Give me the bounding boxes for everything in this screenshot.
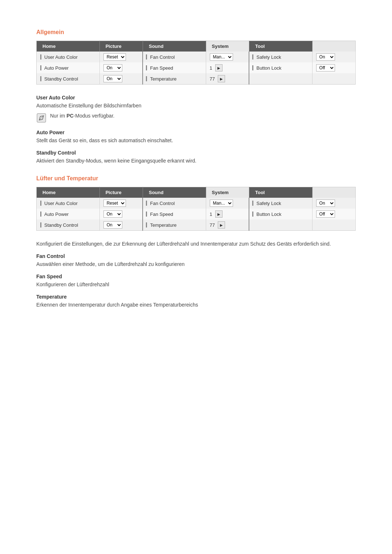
- label2-temperature: Temperature: [150, 222, 176, 228]
- cell-standby-control: Standby Control: [37, 73, 100, 85]
- cell-fan-control-val[interactable]: Man...: [206, 52, 249, 62]
- cell-auto-power: Auto Power: [37, 62, 100, 73]
- cell-fan-speed-val[interactable]: 1 ▶: [206, 62, 249, 73]
- tab-picture[interactable]: Picture: [99, 41, 143, 52]
- tab-spacer: [312, 41, 355, 52]
- section-luefter: Lüfter und Temperatur Home Picture Sound…: [36, 175, 356, 308]
- section-allgemein: Allgemein Home Picture Sound System Tool…: [36, 29, 356, 164]
- cell-temperature: Temperature: [143, 73, 206, 85]
- cell-button-lock-val[interactable]: Off On: [312, 62, 355, 73]
- cell2-bar5: [146, 212, 147, 217]
- tab2-tool[interactable]: Tool: [249, 187, 312, 198]
- label2-button-lock: Button Lock: [256, 212, 281, 217]
- cell-bar-icon5: [146, 65, 147, 70]
- cell-bar-icon2: [146, 54, 147, 59]
- cell2-auto-power-val[interactable]: On Off: [99, 209, 143, 219]
- fan-speed-value: 1: [210, 65, 212, 71]
- fan-speed-arrow[interactable]: ▶: [215, 64, 222, 71]
- desc-temperature: Erkennen der Innentemperatur durch Angab…: [36, 302, 356, 308]
- select-standby[interactable]: On Off: [103, 75, 122, 82]
- select-auto-power[interactable]: On Off: [103, 64, 122, 71]
- select-button-lock[interactable]: Off On: [316, 64, 335, 71]
- select2-safety-lock[interactable]: On Off: [316, 200, 335, 207]
- tab-system[interactable]: System: [206, 41, 249, 52]
- cell-bar-icon7: [40, 76, 41, 81]
- cell-auto-power-val[interactable]: On Off: [99, 62, 143, 73]
- table-row: Standby Control On Off Temperature: [37, 219, 356, 231]
- table-row: User Auto Color Reset Fan Control: [37, 52, 356, 62]
- tab2-sound[interactable]: Sound: [143, 187, 206, 198]
- note-pencil-icon: [36, 113, 46, 123]
- cell-fan-control: Fan Control: [143, 52, 206, 62]
- cell-button-lock: Button Lock: [249, 62, 312, 73]
- table-row: User Auto Color Reset Fan Control: [37, 198, 356, 209]
- cell-fan-speed: Fan Speed: [143, 62, 206, 73]
- cell2-safety-lock-val[interactable]: On Off: [312, 198, 355, 209]
- heading-temperature: Temperature: [36, 294, 356, 300]
- tab-sound[interactable]: Sound: [143, 41, 206, 52]
- desc-fan-control: Auswählen einer Methode, um die Lüfterdr…: [36, 261, 356, 267]
- select2-auto-power[interactable]: On Off: [103, 210, 122, 218]
- cell-bar-icon8: [146, 76, 147, 81]
- label-fan-control: Fan Control: [150, 54, 175, 60]
- cell2-bar6: [252, 212, 253, 217]
- fan-speed-arrow-2[interactable]: ▶: [215, 210, 222, 218]
- cell-reset-dropdown[interactable]: Reset: [99, 52, 143, 62]
- desc-luefter-intro: Konfiguriert die Einstellungen, die zur …: [36, 241, 356, 247]
- cell2-bar8: [146, 222, 147, 227]
- cell2-standby-val[interactable]: On Off: [99, 219, 143, 231]
- cell2-bar4: [40, 212, 41, 217]
- temperature-value: 77: [210, 76, 215, 82]
- cell-bar-icon4: [40, 65, 41, 70]
- label2-standby: Standby Control: [44, 222, 78, 228]
- label-auto-power: Auto Power: [44, 65, 69, 71]
- select2-reset[interactable]: Reset: [103, 200, 126, 207]
- label-safety-lock: Safety Lock: [256, 54, 281, 60]
- label2-safety-lock: Safety Lock: [256, 201, 281, 206]
- tab2-picture[interactable]: Picture: [99, 187, 143, 198]
- temperature-arrow-2[interactable]: ▶: [218, 221, 225, 229]
- select-reset[interactable]: Reset: [103, 53, 126, 61]
- temperature-value-2: 77: [210, 222, 215, 228]
- tab-home[interactable]: Home: [37, 41, 100, 52]
- temperature-arrow[interactable]: ▶: [218, 75, 225, 82]
- cell2-empty-6: [312, 219, 355, 231]
- heading-standby-control: Standby Control: [36, 150, 356, 156]
- cell2-button-lock-val[interactable]: Off On: [312, 209, 355, 219]
- cell-temperature-val[interactable]: 77 ▶: [206, 73, 249, 85]
- section-title-luefter: Lüfter und Temperatur: [36, 175, 356, 182]
- select-fan-control[interactable]: Man...: [210, 53, 233, 61]
- note-text: Nur im PC-Modus verfügbar.: [50, 112, 114, 120]
- select2-standby[interactable]: On Off: [103, 221, 122, 229]
- cell-standby-val[interactable]: On Off: [99, 73, 143, 85]
- table-row: Auto Power On Off Fan Speed: [37, 209, 356, 219]
- tab2-home[interactable]: Home: [37, 187, 100, 198]
- cell2-bar1: [40, 201, 41, 206]
- cell2-fan-control-val[interactable]: Man...: [206, 198, 249, 209]
- cell2-temperature: Temperature: [143, 219, 206, 231]
- cell-bar-icon3: [252, 54, 253, 59]
- cell2-reset[interactable]: Reset: [99, 198, 143, 209]
- desc-standby-control: Aktiviert den Standby-Modus, wenn keine …: [36, 158, 356, 164]
- cell-safety-lock-val[interactable]: On Off: [312, 52, 355, 62]
- desc-auto-power: Stellt das Gerät so ein, dass es sich au…: [36, 138, 356, 143]
- cell2-safety-lock: Safety Lock: [249, 198, 312, 209]
- select2-fan-control[interactable]: Man...: [210, 200, 233, 207]
- select2-button-lock[interactable]: Off On: [316, 210, 335, 218]
- tab-tool[interactable]: Tool: [249, 41, 312, 52]
- tab-header-row-2: Home Picture Sound System Tool: [37, 187, 356, 198]
- tab2-system[interactable]: System: [206, 187, 249, 198]
- select-safety-lock[interactable]: On Off: [316, 53, 335, 61]
- heading-auto-power: Auto Power: [36, 130, 356, 135]
- heading-user-auto-color: User Auto Color: [36, 95, 356, 100]
- label-button-lock: Button Lock: [256, 65, 281, 71]
- cell2-auto-power: Auto Power: [37, 209, 100, 219]
- cell2-fan-speed-val[interactable]: 1 ▶: [206, 209, 249, 219]
- label2-fan-control: Fan Control: [150, 201, 175, 206]
- label-standby-control: Standby Control: [44, 76, 78, 82]
- cell2-standby: Standby Control: [37, 219, 100, 231]
- tab2-spacer: [312, 187, 355, 198]
- cell2-temperature-val[interactable]: 77 ▶: [206, 219, 249, 231]
- cell-empty-6: [312, 73, 355, 85]
- heading-fan-speed: Fan Speed: [36, 274, 356, 279]
